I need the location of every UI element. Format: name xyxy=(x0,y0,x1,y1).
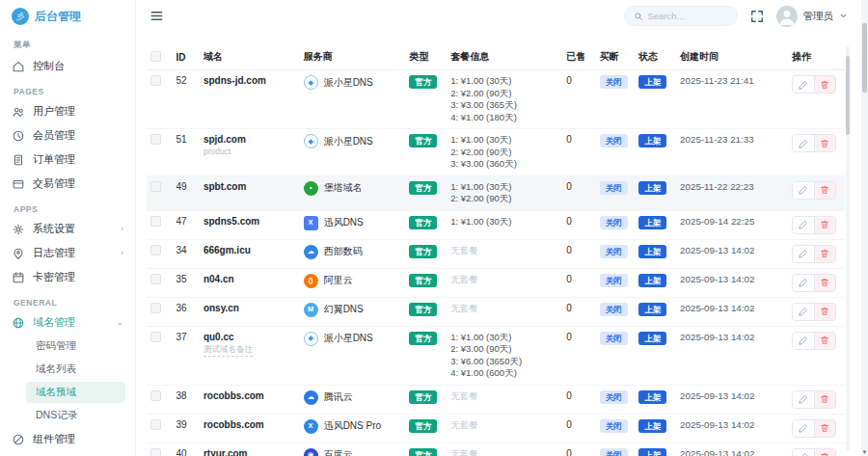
user-menu[interactable]: 管理员 xyxy=(776,6,849,27)
provider-icon: ◆ xyxy=(304,134,318,148)
status-badge[interactable]: 上架 xyxy=(638,448,666,456)
edit-button[interactable] xyxy=(793,246,814,262)
edit-button[interactable] xyxy=(793,275,814,291)
status-badge[interactable]: 上架 xyxy=(638,75,666,89)
sidebar-item-label: 会员管理 xyxy=(33,128,75,143)
status-badge[interactable]: 上架 xyxy=(638,274,666,287)
status-badge[interactable]: 上架 xyxy=(638,181,666,195)
edit-button[interactable] xyxy=(793,135,814,151)
delete-button[interactable] xyxy=(814,304,835,320)
domain-note: 测试域名备注 xyxy=(203,344,253,357)
row-checkbox[interactable] xyxy=(150,274,161,284)
sidebar-item-域名管理[interactable]: 域名管理⌄ xyxy=(0,310,135,335)
buyout-badge[interactable]: 关闭 xyxy=(600,303,628,316)
table-row: 39rocobbs.comX迅风DNS Pro官方无套餐0关闭上架2025-09… xyxy=(147,414,845,443)
buyout-badge[interactable]: 关闭 xyxy=(600,448,628,456)
created-time: 2025-09-13 14:02 xyxy=(680,390,754,401)
hamburger-menu-icon[interactable] xyxy=(149,9,164,23)
page-scrollbar-thumb[interactable] xyxy=(862,23,867,93)
sidebar-item-组件管理[interactable]: 组件管理 xyxy=(0,427,135,451)
table-row: 47spdns5.comX迅风DNS官方1: ¥1.00 (30天)0关闭上架2… xyxy=(147,210,845,239)
buyout-badge[interactable]: 关闭 xyxy=(600,134,628,148)
select-all-header xyxy=(147,44,172,70)
buyout-badge[interactable]: 关闭 xyxy=(600,419,628,433)
sidebar-item-文章管理[interactable]: 文章管理 xyxy=(0,451,135,456)
edit-button[interactable] xyxy=(793,182,814,199)
table-scrollbar-thumb[interactable] xyxy=(846,56,850,135)
row-checkbox[interactable] xyxy=(150,419,161,430)
sidebar-item-控制台[interactable]: 控制台 xyxy=(0,54,135,78)
delete-button[interactable] xyxy=(814,135,835,151)
avatar xyxy=(776,6,798,27)
row-checkbox[interactable] xyxy=(150,332,161,342)
buyout-badge[interactable]: 关闭 xyxy=(600,216,628,229)
row-checkbox[interactable] xyxy=(150,390,161,401)
buyout-badge[interactable]: 关闭 xyxy=(600,274,628,287)
status-badge[interactable]: 上架 xyxy=(638,419,666,433)
component-icon xyxy=(12,433,25,446)
sidebar-subitem-域名列表[interactable]: 域名列表 xyxy=(0,358,135,381)
delete-button[interactable] xyxy=(814,76,835,93)
row-id: 35 xyxy=(172,268,199,297)
buyout-badge[interactable]: 关闭 xyxy=(600,181,628,195)
row-checkbox[interactable] xyxy=(150,134,161,145)
package-info: 无套餐 xyxy=(447,443,562,456)
status-badge[interactable]: 上架 xyxy=(638,245,666,258)
status-badge[interactable]: 上架 xyxy=(638,332,666,345)
status-badge[interactable]: 上架 xyxy=(638,390,666,404)
domain-name: spbt.com xyxy=(203,181,246,192)
scrollbar-down-arrow[interactable]: ▼ xyxy=(861,449,868,455)
sold-count: 0 xyxy=(566,303,572,313)
buyout-badge[interactable]: 关闭 xyxy=(600,332,628,345)
edit-button[interactable] xyxy=(793,304,814,320)
sidebar-item-交易管理[interactable]: 交易管理 xyxy=(0,172,135,196)
domain-name: spdns-jd.com xyxy=(203,75,266,86)
sidebar-subitem-DNS记录[interactable]: DNS记录 xyxy=(0,404,135,427)
sidebar-item-系统设置[interactable]: 系统设置› xyxy=(0,217,135,241)
delete-button[interactable] xyxy=(814,246,835,262)
row-checkbox[interactable] xyxy=(150,75,161,86)
edit-button[interactable] xyxy=(793,449,814,456)
column-header: 服务商 xyxy=(300,44,406,70)
sidebar-item-日志管理[interactable]: 日志管理› xyxy=(0,241,135,265)
app-logo[interactable]: 彡 后台管理 xyxy=(0,0,135,31)
chevron-down-icon xyxy=(839,12,848,20)
row-checkbox[interactable] xyxy=(150,181,161,192)
buyout-badge[interactable]: 关闭 xyxy=(600,245,628,258)
delete-button[interactable] xyxy=(814,420,835,437)
sidebar-subitem-域名预域[interactable]: 域名预域 xyxy=(26,382,125,403)
edit-button[interactable] xyxy=(793,420,814,437)
sidebar-item-用户管理[interactable]: 用户管理 xyxy=(0,99,135,123)
delete-button[interactable] xyxy=(814,333,835,349)
delete-button[interactable] xyxy=(814,182,835,199)
status-badge[interactable]: 上架 xyxy=(638,216,666,229)
row-checkbox[interactable] xyxy=(150,216,161,227)
sidebar-item-会员管理[interactable]: 会员管理 xyxy=(0,123,135,148)
row-checkbox[interactable] xyxy=(150,448,161,456)
sidebar-section-label: APPS xyxy=(0,196,135,217)
delete-button[interactable] xyxy=(814,217,835,233)
column-header: 套餐信息 xyxy=(447,44,562,70)
delete-button[interactable] xyxy=(814,391,835,408)
delete-button[interactable] xyxy=(814,449,835,456)
status-badge[interactable]: 上架 xyxy=(638,134,666,148)
sidebar-item-订单管理[interactable]: 订单管理 xyxy=(0,148,135,172)
edit-button[interactable] xyxy=(793,333,814,349)
buyout-badge[interactable]: 关闭 xyxy=(600,75,628,89)
column-header: 状态 xyxy=(635,44,676,70)
edit-button[interactable] xyxy=(793,391,814,408)
edit-button[interactable] xyxy=(793,217,814,233)
sidebar-subitem-密码管理[interactable]: 密码管理 xyxy=(0,335,135,358)
delete-button[interactable] xyxy=(814,275,835,291)
edit-button[interactable] xyxy=(793,76,814,93)
status-badge[interactable]: 上架 xyxy=(638,303,666,316)
row-checkbox[interactable] xyxy=(150,245,161,255)
created-time: 2025-09-14 22:25 xyxy=(680,216,754,227)
search-input[interactable] xyxy=(648,11,728,21)
fullscreen-icon[interactable] xyxy=(750,10,764,23)
buyout-badge[interactable]: 关闭 xyxy=(600,390,628,404)
row-checkbox[interactable] xyxy=(150,303,161,313)
sidebar-item-卡密管理[interactable]: 卡密管理 xyxy=(0,265,135,289)
select-all-checkbox[interactable] xyxy=(150,51,161,62)
package-info: 无套餐 xyxy=(447,385,562,414)
